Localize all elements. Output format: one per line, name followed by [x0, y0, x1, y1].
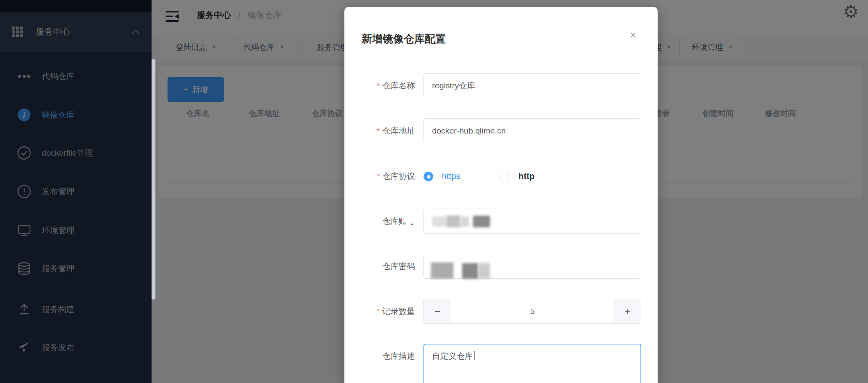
radio-http[interactable] [500, 172, 510, 181]
redacted-account-block [473, 216, 490, 227]
decrement-button[interactable]: − [424, 299, 451, 323]
radio-https[interactable] [423, 172, 433, 181]
repo-desc-textarea[interactable]: 自定义仓库 [423, 344, 641, 383]
repo-name-value: registry仓库 [432, 81, 475, 90]
redacted-account-block [460, 216, 469, 227]
field-label-desc: 仓库描述 [344, 344, 415, 369]
redaction-patch [403, 210, 419, 223]
required-marker: * [377, 172, 380, 181]
repo-name-input[interactable]: registry仓库 [423, 73, 641, 98]
redacted-password-block [478, 263, 490, 279]
redacted-account-block [446, 215, 460, 227]
redacted-password-block [462, 263, 478, 279]
field-label-count: *记录数量 [344, 299, 415, 324]
field-label-address: *仓库地址 [344, 118, 415, 143]
repo-address-value: docker-hub.qlime.cn [432, 126, 506, 135]
sidebar-scrollbar-thumb[interactable] [152, 59, 155, 300]
repo-password-input[interactable] [423, 254, 641, 279]
dialog-title: 新增镜像仓库配置 [362, 32, 446, 46]
radio-http-label[interactable]: http [519, 171, 535, 181]
record-count-stepper: − 5 + [423, 299, 641, 324]
repo-desc-value: 自定义仓库 [432, 351, 473, 360]
required-marker: * [377, 126, 380, 135]
text-caret [474, 351, 475, 360]
field-label-protocol: *仓库协议 [344, 164, 415, 189]
field-label-name: *仓库名称 [344, 73, 415, 98]
redacted-account-block [432, 216, 448, 227]
close-icon[interactable]: × [630, 29, 636, 41]
field-label-password: 仓库密码 [344, 254, 415, 279]
redacted-password-block [431, 262, 453, 279]
add-image-repo-dialog: 新增镜像仓库配置 × *仓库名称 registry仓库 *仓库地址 docker… [344, 7, 658, 383]
required-marker: * [377, 81, 380, 90]
protocol-radio-group: https http [423, 164, 535, 189]
increment-button[interactable]: + [614, 299, 641, 323]
repo-address-input[interactable]: docker-hub.qlime.cn [423, 118, 641, 143]
required-marker: * [377, 307, 380, 316]
record-count-value[interactable]: 5 [451, 299, 614, 323]
radio-https-label[interactable]: https [442, 171, 460, 181]
